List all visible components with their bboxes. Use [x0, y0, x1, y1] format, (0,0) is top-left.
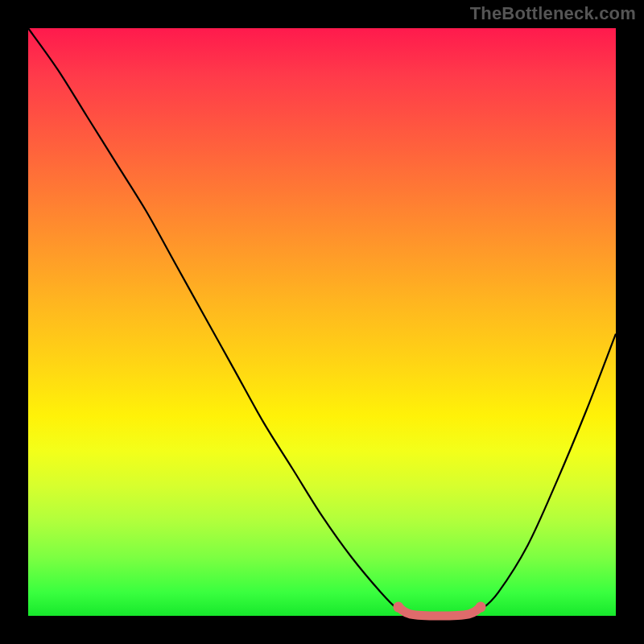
plot-area: [28, 28, 616, 616]
chart-frame: TheBottleneck.com: [0, 0, 644, 644]
valley-start-dot: [393, 602, 403, 613]
curve-svg: [28, 28, 616, 616]
attribution-label: TheBottleneck.com: [470, 3, 636, 24]
valley-end-dot: [476, 602, 486, 613]
valley-highlight: [398, 607, 481, 616]
bottleneck-curve: [28, 28, 616, 617]
